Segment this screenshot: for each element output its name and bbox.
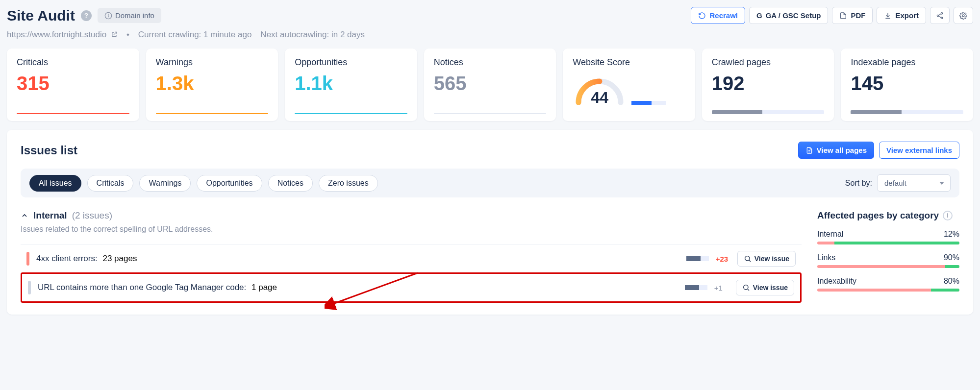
domain-info-label: Domain info xyxy=(115,11,154,20)
svg-point-13 xyxy=(743,285,748,290)
issues-column: Internal (2 issues) Issues related to th… xyxy=(21,210,802,303)
search-icon xyxy=(744,255,752,263)
domain-info-button[interactable]: Domain info xyxy=(98,8,161,23)
settings-button[interactable] xyxy=(954,7,973,24)
external-link-icon xyxy=(111,31,118,38)
issue-trend-bar xyxy=(686,256,709,261)
panel-actions: View all pages View external links xyxy=(798,142,959,159)
view-external-links-button[interactable]: View external links xyxy=(879,142,959,159)
issues-panel: Issues list View all pages View external… xyxy=(7,130,973,315)
subheader: https://www.fortnight.studio • Current c… xyxy=(7,30,973,40)
share-button[interactable] xyxy=(930,7,950,24)
card-underline xyxy=(295,113,407,114)
card-notices[interactable]: Notices 565 xyxy=(424,49,556,121)
svg-point-4 xyxy=(937,15,938,16)
filter-opportunities[interactable]: Opportunities xyxy=(197,175,262,192)
issue-stats: +1 View issue xyxy=(685,280,794,295)
card-label: Notices xyxy=(434,57,547,68)
card-warnings[interactable]: Warnings 1.3k xyxy=(146,49,278,121)
svg-point-5 xyxy=(941,17,942,19)
card-value: 315 xyxy=(17,73,129,93)
svg-line-12 xyxy=(749,260,751,262)
section-name: Internal xyxy=(33,210,67,221)
sort-label: Sort by: xyxy=(845,179,872,188)
svg-line-7 xyxy=(938,16,941,17)
category-bar xyxy=(817,289,959,292)
pdf-icon xyxy=(839,12,847,20)
score-value: 44 xyxy=(591,89,608,105)
issue-trend-bar xyxy=(685,285,707,290)
filter-bar: All issues Criticals Warnings Opportunit… xyxy=(21,169,959,197)
content-row: Internal (2 issues) Issues related to th… xyxy=(21,210,959,303)
pdf-button[interactable]: PDF xyxy=(832,7,873,24)
section-toggle-internal[interactable]: Internal (2 issues) xyxy=(21,210,802,221)
svg-point-11 xyxy=(745,256,749,261)
gear-icon xyxy=(959,12,967,20)
card-opportunities[interactable]: Opportunities 1.1k xyxy=(285,49,417,121)
refresh-icon xyxy=(698,12,706,20)
sort-group: Sort by: default xyxy=(845,174,951,192)
score-gauge: 44 xyxy=(573,75,627,105)
filter-all-issues[interactable]: All issues xyxy=(29,175,81,192)
svg-line-6 xyxy=(938,14,941,15)
severity-marker xyxy=(26,252,29,266)
chevron-up-icon xyxy=(21,212,28,219)
issue-text: 4xx client errors: 23 pages xyxy=(36,254,137,264)
issue-delta: +23 xyxy=(716,255,730,263)
issue-text: URL contains more than one Google Tag Ma… xyxy=(38,283,277,292)
card-crawled-pages[interactable]: Crawled pages 192 xyxy=(702,49,834,121)
panel-header: Issues list View all pages View external… xyxy=(21,142,959,159)
filter-warnings[interactable]: Warnings xyxy=(139,175,191,192)
card-label: Indexable pages xyxy=(851,57,963,68)
categories-column: Affected pages by category i Internal12%… xyxy=(817,210,959,300)
card-indexable-pages[interactable]: Indexable pages 145 xyxy=(841,49,973,121)
card-website-score[interactable]: Website Score 44 xyxy=(563,49,695,121)
filter-criticals[interactable]: Criticals xyxy=(87,175,134,192)
card-criticals[interactable]: Criticals 315 xyxy=(7,49,139,121)
card-underline xyxy=(156,113,269,114)
audit-url-link[interactable]: https://www.fortnight.studio xyxy=(7,30,118,40)
svg-line-14 xyxy=(748,289,749,291)
card-label: Crawled pages xyxy=(712,57,825,68)
card-value: 1.3k xyxy=(156,73,269,93)
card-value: 565 xyxy=(434,73,547,93)
next-autocrawl-text: Next autocrawling: in 2 days xyxy=(260,30,365,40)
recrawl-button[interactable]: Recrawl xyxy=(691,7,745,24)
filter-notices[interactable]: Notices xyxy=(268,175,313,192)
view-issue-button[interactable]: View issue xyxy=(736,280,794,295)
category-item[interactable]: Internal12% xyxy=(817,230,959,244)
page-header: Site Audit ? Domain info Recrawl G GA / … xyxy=(7,7,973,24)
current-crawling-text: Current crawling: 1 minute ago xyxy=(138,30,252,40)
document-icon xyxy=(805,146,813,154)
header-left: Site Audit ? Domain info xyxy=(7,7,161,24)
export-button[interactable]: Export xyxy=(877,7,926,24)
svg-point-3 xyxy=(941,12,942,14)
panel-title: Issues list xyxy=(21,144,77,157)
category-item[interactable]: Indexability80% xyxy=(817,277,959,292)
download-icon xyxy=(884,12,892,20)
view-all-pages-button[interactable]: View all pages xyxy=(798,142,874,159)
issue-delta: +1 xyxy=(714,284,729,292)
info-icon xyxy=(104,12,112,20)
section-count: (2 issues) xyxy=(72,210,112,221)
view-issue-button[interactable]: View issue xyxy=(737,251,796,267)
separator-dot: • xyxy=(126,30,129,40)
card-label: Opportunities xyxy=(295,57,407,68)
summary-cards: Criticals 315 Warnings 1.3k Opportunitie… xyxy=(7,49,973,121)
card-underline xyxy=(17,113,129,114)
card-label: Criticals xyxy=(17,57,129,68)
ga-gsc-button[interactable]: G GA / GSC Setup xyxy=(749,7,828,24)
filter-zero-issues[interactable]: Zero issues xyxy=(319,175,378,192)
card-underline xyxy=(712,110,825,114)
info-icon[interactable]: i xyxy=(943,211,953,220)
category-bar xyxy=(817,265,959,268)
card-value: 192 xyxy=(712,73,825,93)
sort-select[interactable]: default xyxy=(877,174,951,192)
page-title: Site Audit xyxy=(7,7,75,24)
category-item[interactable]: Links90% xyxy=(817,253,959,268)
issue-stats: +23 View issue xyxy=(686,251,796,267)
issue-row: 4xx client errors: 23 pages +23 View iss… xyxy=(21,244,802,272)
help-icon[interactable]: ? xyxy=(81,10,92,21)
card-underline xyxy=(434,113,547,114)
header-actions: Recrawl G GA / GSC Setup PDF Export xyxy=(691,7,973,24)
